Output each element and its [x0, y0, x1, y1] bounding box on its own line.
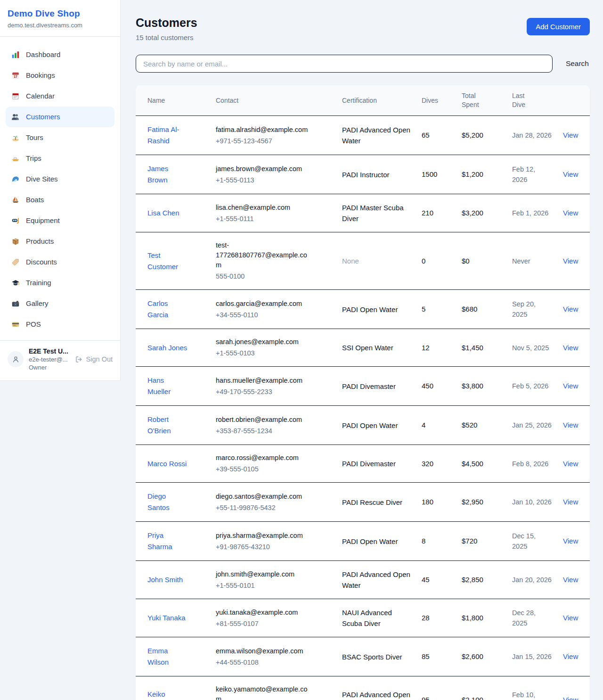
- customer-last-dive: Jan 10, 2026: [506, 483, 557, 522]
- customer-last-dive: Feb 10, 2026: [506, 676, 557, 700]
- view-link[interactable]: View: [563, 257, 578, 265]
- customer-name-link[interactable]: Marco Rossi: [147, 458, 187, 469]
- view-link[interactable]: View: [563, 305, 578, 313]
- add-customer-button[interactable]: Add Customer: [527, 18, 590, 35]
- sidebar: Demo Dive Shop demo.test.divestreams.com…: [0, 0, 121, 381]
- customer-email: keiko.yamamoto@example.com: [216, 684, 312, 700]
- view-link[interactable]: View: [563, 344, 578, 352]
- customer-total-spent: $520: [456, 406, 506, 445]
- sidebar-item-pos[interactable]: POS: [6, 314, 114, 335]
- customer-name-link[interactable]: John Smith: [147, 574, 183, 585]
- customer-name-link[interactable]: James Brown: [147, 163, 188, 186]
- customer-name-link[interactable]: Test Customer: [147, 250, 188, 272]
- table-row: Sarah Jones sarah.jones@example.com +1-5…: [136, 329, 590, 367]
- search-button[interactable]: Search: [565, 56, 590, 72]
- sidebar-item-trips[interactable]: Trips: [6, 148, 114, 169]
- sidebar-item-bookings[interactable]: 17 Bookings: [6, 65, 114, 86]
- customer-name-link[interactable]: Sarah Jones: [147, 342, 187, 354]
- avatar: [8, 351, 24, 367]
- customer-last-dive: Feb 8, 2026: [506, 445, 557, 483]
- sidebar-item-gallery[interactable]: Gallery: [6, 293, 114, 314]
- sidebar-item-products[interactable]: Products: [6, 231, 114, 252]
- customer-email: james.brown@example.com: [216, 164, 312, 174]
- customer-total-spent: $2,600: [456, 637, 506, 676]
- customer-name-link[interactable]: Robert O'Brien: [147, 414, 188, 436]
- customer-phone: +44-555-0108: [216, 658, 331, 667]
- speedboat-icon: [11, 154, 20, 163]
- sign-out-button[interactable]: Sign Out: [75, 355, 113, 363]
- view-link[interactable]: View: [563, 209, 578, 217]
- search-input[interactable]: [136, 55, 553, 73]
- view-link[interactable]: View: [563, 537, 578, 545]
- wave-icon: [11, 175, 20, 183]
- sidebar-item-calendar[interactable]: Calendar: [6, 86, 114, 107]
- customer-name-link[interactable]: Priya Sharma: [147, 530, 188, 552]
- customer-name-link[interactable]: Keiko Yamamoto: [147, 689, 188, 700]
- sidebar-item-discounts[interactable]: Discounts: [6, 252, 114, 272]
- customer-phone: +1-555-0101: [216, 581, 331, 591]
- table-row: Lisa Chen lisa.chen@example.com +1-555-0…: [136, 194, 590, 232]
- customer-email: diego.santos@example.com: [216, 492, 312, 502]
- table-row: Emma Wilson emma.wilson@example.com +44-…: [136, 637, 590, 676]
- sidebar-item-label: Tours: [26, 132, 43, 143]
- view-link[interactable]: View: [563, 382, 578, 390]
- sidebar-item-label: Gallery: [26, 298, 49, 309]
- view-link[interactable]: View: [563, 576, 578, 584]
- customer-certification: PADI Advanced Open Water: [336, 676, 416, 700]
- sidebar-item-training[interactable]: Training: [6, 272, 114, 293]
- sidebar-item-label: Discounts: [26, 257, 57, 267]
- customer-total-spent: $680: [456, 290, 506, 329]
- sidebar-item-dashboard[interactable]: Dashboard: [6, 44, 114, 65]
- view-link[interactable]: View: [563, 498, 578, 506]
- sailboat-icon: [11, 196, 20, 204]
- customer-certification: PADI Advanced Open Water: [336, 116, 416, 155]
- person-icon: [12, 355, 20, 363]
- sidebar-item-label: Trips: [26, 153, 41, 164]
- sidebar-item-label: Equipment: [26, 215, 60, 226]
- customer-name-link[interactable]: Lisa Chen: [147, 207, 179, 219]
- view-link[interactable]: View: [563, 170, 578, 178]
- search-bar: Search: [136, 55, 590, 73]
- sidebar-item-label: Dashboard: [26, 49, 60, 60]
- shop-name: Demo Dive Shop: [8, 8, 113, 19]
- customer-name-link[interactable]: Emma Wilson: [147, 645, 188, 668]
- customer-name-link[interactable]: Fatima Al-Rashid: [147, 124, 188, 147]
- sidebar-item-boats[interactable]: Boats: [6, 189, 114, 210]
- column-header-contact: Contact: [210, 85, 336, 116]
- sidebar-item-label: Products: [26, 236, 54, 247]
- camera-icon: [11, 299, 20, 308]
- table-row: Marco Rossi marco.rossi@example.com +39-…: [136, 445, 590, 483]
- customer-email: carlos.garcia@example.com: [216, 299, 312, 309]
- view-link[interactable]: View: [563, 696, 578, 700]
- customer-dives: 5: [416, 290, 456, 329]
- customer-certification: PADI Divemaster: [336, 445, 416, 483]
- customer-total-spent: $3,800: [456, 367, 506, 406]
- customer-dives: 45: [416, 561, 456, 599]
- customer-total-spent: $5,200: [456, 116, 506, 155]
- customer-phone: +55-11-99876-5432: [216, 503, 331, 513]
- sidebar-item-customers[interactable]: Customers: [6, 107, 114, 127]
- customer-name-link[interactable]: Carlos Garcia: [147, 298, 188, 321]
- view-link[interactable]: View: [563, 421, 578, 429]
- customer-phone: +971-55-123-4567: [216, 136, 331, 146]
- view-link[interactable]: View: [563, 652, 578, 660]
- customer-certification: NAUI Advanced Scuba Diver: [336, 599, 416, 637]
- customer-total-spent: $1,450: [456, 329, 506, 367]
- view-link[interactable]: View: [563, 614, 578, 622]
- customer-name-link[interactable]: Yuki Tanaka: [147, 612, 186, 624]
- sidebar-item-dive-sites[interactable]: Dive Sites: [6, 169, 114, 189]
- customer-name-link[interactable]: Diego Santos: [147, 491, 188, 513]
- customer-name-link[interactable]: Hans Mueller: [147, 375, 188, 397]
- sidebar-item-tours[interactable]: Tours: [6, 127, 114, 148]
- customer-last-dive: Nov 5, 2025: [506, 329, 557, 367]
- view-link[interactable]: View: [563, 460, 578, 468]
- view-link[interactable]: View: [563, 131, 578, 139]
- customer-email: robert.obrien@example.com: [216, 415, 312, 425]
- customer-phone: +49-170-555-2233: [216, 387, 331, 397]
- customers-table: Name Contact Certification Dives Total S…: [136, 85, 590, 700]
- customer-total-spent: $1,200: [456, 155, 506, 194]
- calendar-icon: [11, 92, 20, 100]
- customer-phone: +34-555-0110: [216, 310, 331, 320]
- customer-email: yuki.tanaka@example.com: [216, 608, 312, 618]
- sidebar-item-equipment[interactable]: Equipment: [6, 210, 114, 231]
